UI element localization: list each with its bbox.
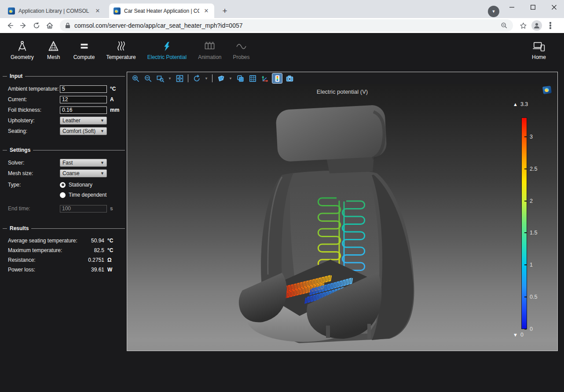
mesh-size-select[interactable]: Coarse ▼	[60, 169, 107, 177]
ribbon-label: Compute	[73, 54, 95, 60]
reload-button[interactable]	[30, 19, 43, 32]
window-close-button[interactable]	[544, 0, 564, 14]
end-time-input	[60, 205, 107, 212]
grid-button[interactable]	[248, 73, 257, 83]
unit-label: A	[110, 96, 114, 103]
field-label: Type:	[8, 182, 60, 188]
ambient-temperature-input[interactable]	[60, 85, 107, 93]
window-maximize-button[interactable]	[523, 0, 543, 14]
zoom-indicator-icon[interactable]	[501, 22, 508, 29]
ribbon-probes-button[interactable]: Probes	[229, 35, 254, 65]
scene-light-dropdown[interactable]: ▼	[228, 77, 233, 81]
result-label: Average seating temperature:	[8, 238, 81, 244]
chevron-down-icon: ▼	[100, 129, 104, 133]
tab-title: Application Library | COMSOL Se	[18, 8, 91, 14]
section-title: Results	[10, 225, 29, 231]
zoom-box-button[interactable]	[155, 73, 165, 83]
legend-min-value: 0	[520, 332, 524, 338]
selected-value: Comfort (Soft)	[62, 128, 100, 134]
triangle-down-icon: ▼	[513, 332, 518, 337]
axis-orientation-button[interactable]	[260, 73, 270, 83]
toolbar-separator	[188, 74, 188, 82]
geometry-compass-icon	[16, 40, 28, 52]
tab-application-library[interactable]: Application Library | COMSOL Se ✕	[4, 4, 106, 18]
app-ribbon: Geometry Mesh Compute Temperature	[0, 33, 564, 67]
back-button[interactable]	[4, 19, 17, 32]
solver-row: Solver: Fast ▼	[0, 158, 127, 168]
tab-car-seat-heater[interactable]: Car Seat Heater Application | CO ✕	[109, 4, 214, 18]
ribbon-animation-button[interactable]: Animation	[194, 35, 226, 65]
tab-search-button[interactable]: ▼	[488, 6, 499, 17]
transparency-button[interactable]	[235, 73, 245, 83]
section-title: Settings	[10, 147, 30, 153]
url-text: comsol.com/server-demo/app/car_seat_heat…	[74, 22, 497, 29]
browser-toolbar: comsol.com/server-demo/app/car_seat_heat…	[0, 18, 564, 33]
comsol-favicon	[8, 7, 15, 15]
type-row: Type: Stationary	[0, 180, 127, 190]
radio-time-dependent[interactable]	[60, 192, 66, 198]
section-results: Results	[3, 225, 125, 231]
ribbon-temperature-button[interactable]: Temperature	[102, 35, 140, 65]
ribbon-electric-potential-button[interactable]: Electric Potential	[143, 35, 191, 65]
window-minimize-button[interactable]	[502, 0, 522, 14]
unit-label: W	[107, 267, 119, 273]
zoom-box-dropdown[interactable]: ▼	[168, 77, 172, 81]
comsol-favicon	[114, 7, 121, 15]
solver-select[interactable]: Fast ▼	[60, 159, 107, 167]
rotate-view-button[interactable]	[192, 73, 201, 83]
ribbon-mesh-button[interactable]: Mesh	[41, 35, 66, 65]
result-value: 50.94	[81, 238, 104, 244]
legend-tick: 0	[528, 326, 533, 332]
current-input[interactable]	[60, 96, 107, 103]
result-label: Power loss:	[8, 267, 81, 273]
bookmark-star-icon[interactable]	[516, 19, 530, 32]
zoom-out-button[interactable]	[143, 73, 153, 83]
result-row: Maximum temperature: 82.5 °C	[0, 245, 127, 255]
result-value: 39.61	[81, 267, 104, 273]
seating-select[interactable]: Comfort (Soft) ▼	[60, 127, 107, 135]
zoom-extents-button[interactable]	[175, 73, 184, 83]
triangle-up-icon: ▲	[513, 102, 518, 107]
legend-tick: 0.5	[528, 294, 537, 300]
foil-thickness-row: Foil thickness: mm	[0, 105, 127, 115]
foil-thickness-input[interactable]	[60, 106, 107, 114]
chevron-down-icon: ▼	[100, 161, 104, 165]
new-tab-button[interactable]: +	[219, 5, 231, 17]
legend-max-value: 3.3	[520, 101, 528, 107]
legend-min: ▼ 0	[513, 332, 524, 338]
legend-max: ▲ 3.3	[513, 101, 528, 107]
ribbon-compute-button[interactable]: Compute	[69, 35, 99, 65]
ribbon-geometry-button[interactable]: Geometry	[6, 35, 38, 65]
rotate-dropdown[interactable]: ▼	[204, 77, 209, 81]
zoom-in-button[interactable]	[131, 73, 140, 83]
color-legend-button[interactable]	[272, 73, 282, 83]
ribbon-home-button[interactable]: Home	[526, 35, 552, 65]
legend-tick: 2	[528, 198, 533, 204]
result-label: Resistance:	[8, 257, 81, 263]
snapshot-camera-button[interactable]	[285, 73, 294, 83]
legend-tick: 3	[528, 134, 533, 140]
tab-close-icon[interactable]: ✕	[203, 7, 210, 14]
home-button[interactable]	[43, 19, 56, 32]
result-row: Average seating temperature: 50.94 °C	[0, 236, 127, 245]
chevron-down-icon: ▼	[100, 171, 104, 176]
tab-close-icon[interactable]: ✕	[94, 7, 101, 14]
address-bar[interactable]: comsol.com/server-demo/app/car_seat_heat…	[60, 19, 513, 32]
graphics-panel: ▼ ▼ ▼	[127, 72, 558, 351]
radio-stationary[interactable]	[60, 182, 66, 188]
result-row: Power loss: 39.61 W	[0, 265, 127, 275]
plot-viewport[interactable]: Electric potential (V)	[127, 84, 557, 351]
color-scale-bar	[521, 117, 527, 329]
result-label: Maximum temperature:	[8, 247, 81, 253]
scene-light-button[interactable]	[216, 73, 226, 83]
film-strip-icon	[204, 40, 216, 52]
forward-button[interactable]	[17, 19, 30, 32]
type-row-2: Time dependent	[0, 190, 127, 200]
profile-avatar[interactable]	[531, 20, 542, 31]
car-seat-3d-model	[127, 84, 557, 351]
section-title: Input	[10, 73, 22, 79]
browser-menu-icon[interactable]	[544, 19, 557, 32]
ribbon-label: Mesh	[47, 54, 60, 60]
lock-icon	[65, 22, 70, 29]
upholstery-select[interactable]: Leather ▼	[60, 117, 107, 125]
